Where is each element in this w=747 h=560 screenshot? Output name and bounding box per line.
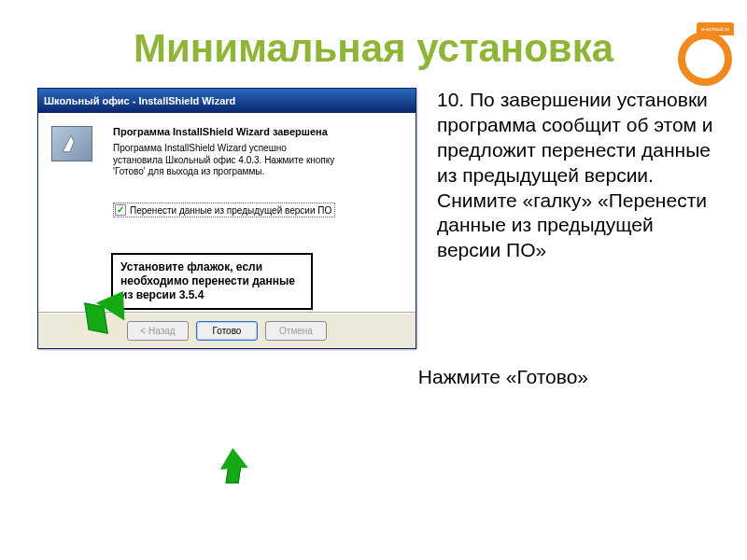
brand-logo-ring bbox=[678, 32, 732, 86]
brand-logo: e-school.ru bbox=[674, 26, 741, 93]
footer-caption: Нажмите «Готово» bbox=[0, 349, 747, 388]
arrow-to-finish-icon bbox=[219, 450, 257, 487]
callout-box: Установите флажок, если необходимо перен… bbox=[111, 253, 313, 310]
migrate-data-checkbox[interactable]: ✓ bbox=[115, 204, 126, 216]
instruction-text: 10. По завершении установки программа со… bbox=[437, 88, 713, 349]
installer-heading: Программа InstallShield Wizard завершена bbox=[113, 126, 328, 137]
installer-description: Программа InstallShield Wizard успешно у… bbox=[113, 143, 337, 178]
window-title: Школьный офис - InstallShield Wizard bbox=[44, 95, 235, 106]
migrate-data-label: Перенести данные из предыдущей версии ПО bbox=[130, 205, 331, 216]
window-titlebar: Школьный офис - InstallShield Wizard bbox=[38, 89, 416, 113]
cancel-button: Отмена bbox=[265, 321, 327, 341]
arrow-to-checkbox-icon bbox=[79, 293, 126, 330]
installer-icon bbox=[51, 126, 92, 161]
screenshot-area: Школьный офис - InstallShield Wizard Про… bbox=[37, 88, 420, 349]
slide-title: Минимальная установка bbox=[0, 0, 747, 71]
back-button: < Назад bbox=[127, 321, 189, 341]
migrate-data-checkbox-row[interactable]: ✓ Перенести данные из предыдущей версии … bbox=[113, 203, 335, 217]
finish-button[interactable]: Готово bbox=[196, 321, 258, 341]
